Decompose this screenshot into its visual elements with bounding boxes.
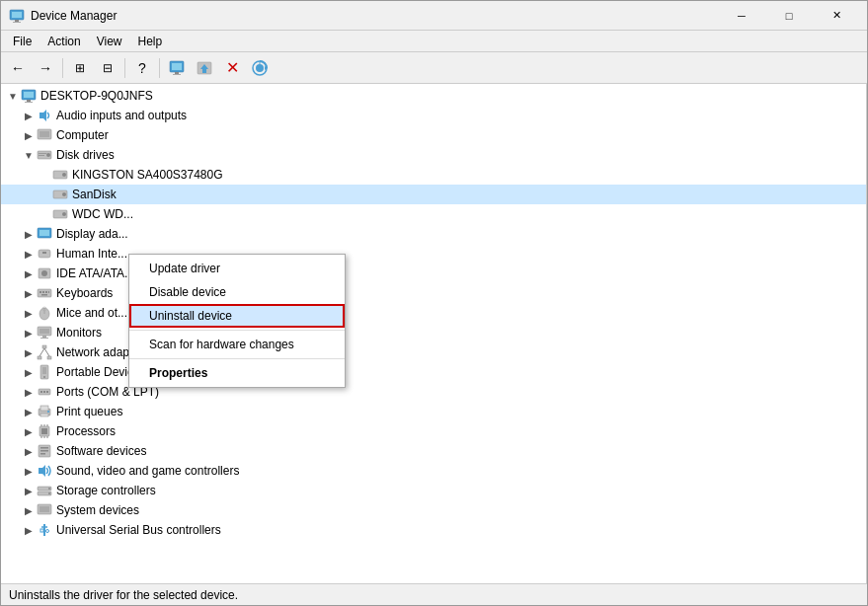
tree-root[interactable]: ▼ DESKTOP-9Q0JNFS [1,86,866,106]
tree-usb[interactable]: ▶ Universal Serial Bus controllers [1,520,866,540]
print-icon [37,404,52,419]
menu-action[interactable]: Action [39,33,88,50]
display-expander[interactable]: ▶ [21,226,37,242]
mice-expander[interactable]: ▶ [21,305,37,321]
svg-point-57 [43,376,45,378]
display-icon [37,226,52,242]
close-button[interactable]: ✕ [814,1,859,31]
device-tree[interactable]: ▼ DESKTOP-9Q0JNFS ▶ [1,84,867,583]
tree-audio[interactable]: ▶ Audio inputs and outputs [1,106,866,125]
help-button[interactable]: ? [129,55,155,81]
app-icon [9,8,25,24]
computer-label: Computer [56,128,109,142]
tree-processors[interactable]: ▶ Processors [1,421,866,441]
ports-icon [37,384,52,400]
ide-expander[interactable]: ▶ [21,265,37,281]
uninstall-button[interactable]: ✕ [219,55,245,81]
storage-label: Storage controllers [56,484,156,497]
tree-wdc[interactable]: WDC WD... [1,204,866,224]
svg-rect-75 [40,447,48,449]
tree-computer[interactable]: ▶ Computer [1,125,866,145]
expand-button[interactable]: ⊞ [67,55,93,81]
maximize-button[interactable]: □ [766,1,812,31]
monitors-expander[interactable]: ▶ [21,325,37,341]
scan-hardware-button[interactable] [247,55,273,81]
toolbar-separator-2 [124,58,125,78]
tree-storage[interactable]: ▶ Storage controllers [1,481,866,500]
ctx-properties[interactable]: Properties [129,361,345,385]
processors-expander[interactable]: ▶ [21,423,37,439]
tree-disk-drives[interactable]: ▼ Disk drives [1,145,866,165]
tree-sound[interactable]: ▶ Sound, video and game controllers [1,461,866,481]
network-expander[interactable]: ▶ [21,344,37,360]
print-expander[interactable]: ▶ [21,404,37,419]
usb-label: Universal Serial Bus controllers [56,523,221,537]
svg-rect-6 [175,72,179,74]
mice-icon [37,305,52,321]
toolbar: ← → ⊞ ⊟ ? ✕ [1,52,867,84]
svg-rect-48 [42,336,46,338]
software-icon [37,443,52,459]
menu-file[interactable]: File [5,33,39,50]
tree-system[interactable]: ▶ System devices [1,500,866,520]
svg-point-80 [48,488,50,490]
svg-rect-32 [39,230,49,236]
monitors-label: Monitors [56,326,102,340]
software-expander[interactable]: ▶ [21,443,37,459]
menu-view[interactable]: View [89,33,130,50]
tree-sandisk[interactable]: SanDisk [1,185,866,204]
update-driver-button[interactable] [192,55,217,81]
svg-rect-47 [39,329,49,334]
minimize-button[interactable]: ─ [719,1,764,31]
ctx-separator-2 [129,358,345,359]
ctx-uninstall-device[interactable]: Uninstall device [129,304,345,328]
root-label: DESKTOP-9Q0JNFS [40,89,153,103]
tree-software[interactable]: ▶ Software devices [1,441,866,461]
status-bar: Uninstalls the driver for the selected d… [1,583,867,605]
svg-rect-84 [39,506,49,512]
back-button[interactable]: ← [5,55,31,81]
svg-rect-52 [47,356,51,359]
keyboards-expander[interactable]: ▶ [21,285,37,301]
collapse-button[interactable]: ⊟ [95,55,120,81]
disk-expander[interactable]: ▼ [21,147,37,163]
root-expander[interactable]: ▼ [5,88,21,104]
sandisk-label: SanDisk [72,188,117,201]
storage-expander[interactable]: ▶ [21,483,37,498]
usb-expander[interactable]: ▶ [21,522,37,538]
ctx-update-driver[interactable]: Update driver [129,257,345,280]
keyboards-label: Keyboards [56,286,113,300]
mice-label: Mice and ot... [56,306,127,320]
svg-point-36 [41,270,47,276]
svg-line-53 [39,348,44,356]
svg-rect-2 [15,20,19,22]
properties-button[interactable] [164,55,190,81]
processors-icon [37,423,52,439]
system-icon [37,502,52,518]
portable-expander[interactable]: ▶ [21,364,37,380]
system-expander[interactable]: ▶ [21,502,37,518]
menu-help[interactable]: Help [130,33,171,50]
svg-rect-49 [40,338,48,339]
sound-expander[interactable]: ▶ [21,463,37,479]
computer-expander[interactable]: ▶ [21,127,37,143]
ports-expander[interactable]: ▶ [21,384,37,400]
ctx-scan-hardware[interactable]: Scan for hardware changes [129,333,345,356]
system-label: System devices [56,503,139,517]
portable-icon [37,364,52,380]
svg-rect-42 [41,294,47,296]
ctx-disable-device[interactable]: Disable device [129,280,345,304]
audio-expander[interactable]: ▶ [21,108,37,123]
tree-kingston[interactable]: KINGSTON SA400S37480G [1,165,866,185]
svg-marker-78 [39,465,45,477]
audio-icon [37,108,52,123]
forward-button[interactable]: → [33,55,58,81]
hid-expander[interactable]: ▶ [21,246,37,262]
context-menu: Update driver Disable device Uninstall d… [128,254,346,388]
tree-display[interactable]: ▶ Display ada... [1,224,866,244]
tree-print[interactable]: ▶ Print queues [1,402,866,421]
sound-icon [37,463,52,479]
processors-label: Processors [56,424,116,438]
ide-label: IDE ATA/ATA... [56,266,134,280]
pc-icon [21,88,37,104]
